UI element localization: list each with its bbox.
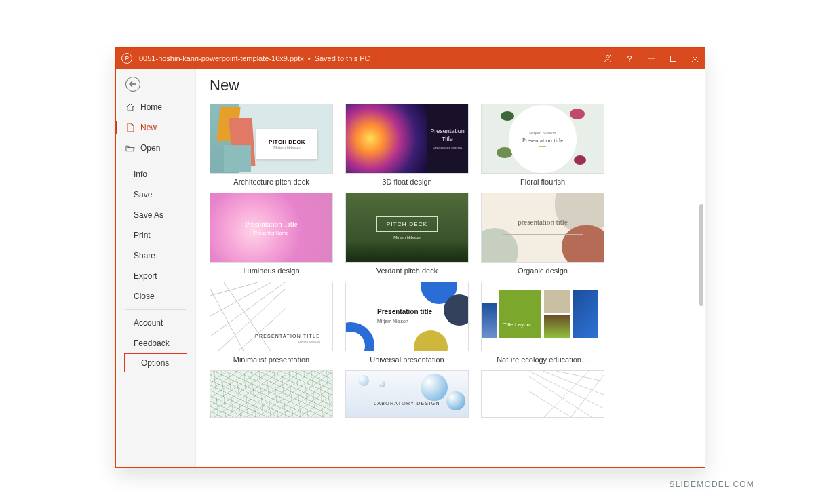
- separator: [125, 161, 186, 161]
- help-icon[interactable]: ?: [625, 54, 634, 64]
- template-grid: PITCH DECKMirjam Nilsson Architecture pi…: [210, 104, 691, 418]
- template-thumbnail: PITCH DECKMirjam Nilsson: [210, 104, 333, 174]
- nav-print[interactable]: Print: [116, 225, 195, 246]
- template-minimalist-presentation[interactable]: PRESENTATION TITLEMirjam Nilsson Minimal…: [210, 282, 333, 364]
- template-label: Architecture pitch deck: [233, 178, 309, 186]
- template-label: 3D float design: [382, 178, 431, 186]
- template-thumbnail: LABORATORY DESIGN: [345, 370, 469, 418]
- template-label: Minimalist presentation: [233, 355, 310, 364]
- nav-open[interactable]: Open: [116, 138, 195, 158]
- nav-options[interactable]: Options: [124, 353, 187, 372]
- nav-home[interactable]: Home: [116, 97, 195, 117]
- template-3d-float-design[interactable]: Presentation TitlePresenter Name 3D floa…: [345, 104, 469, 186]
- nav-new[interactable]: New: [116, 117, 195, 138]
- svg-rect-3: [670, 56, 676, 61]
- powerpoint-backstage-window: P 0051-hoshin-kanri-powerpoint-template-…: [115, 47, 705, 468]
- template-label: Universal presentation: [370, 355, 444, 364]
- home-icon: [125, 102, 135, 112]
- template-thumbnail: PITCH DECKMirjam Nilsson: [345, 193, 469, 263]
- template-thumbnail: Presentation TitlePresenter Name: [210, 193, 333, 263]
- dot-sep: •: [308, 54, 311, 62]
- template-row4-3[interactable]: [481, 370, 604, 418]
- powerpoint-app-icon: P: [121, 53, 132, 64]
- open-folder-icon: [125, 143, 135, 153]
- watermark: SLIDEMODEL.COM: [670, 480, 755, 489]
- template-universal-presentation[interactable]: Presentation titleMirjam Nilsson Univers…: [345, 282, 469, 364]
- back-button[interactable]: [125, 77, 140, 92]
- svg-point-1: [610, 55, 611, 56]
- template-row4-2[interactable]: LABORATORY DESIGN: [345, 370, 469, 418]
- template-thumbnail: Presentation TitlePresenter Name: [345, 104, 469, 174]
- template-label: Organic design: [518, 267, 568, 275]
- titlebar: P 0051-hoshin-kanri-powerpoint-template-…: [116, 48, 705, 69]
- nav-share[interactable]: Share: [116, 246, 195, 266]
- svg-point-0: [606, 55, 609, 58]
- nav-info[interactable]: Info: [116, 164, 195, 185]
- nav-home-label: Home: [140, 102, 162, 112]
- template-organic-design[interactable]: presentation title Organic design: [481, 193, 604, 275]
- template-thumbnail: presentation title: [481, 193, 604, 263]
- template-label: Nature ecology education…: [497, 355, 589, 364]
- template-thumbnail: Mirjam NilssonPresentation title: [481, 104, 604, 174]
- filename: 0051-hoshin-kanri-powerpoint-template-16…: [139, 54, 304, 62]
- template-verdant-pitch-deck[interactable]: PITCH DECKMirjam Nilsson Verdant pitch d…: [345, 193, 469, 275]
- scrollbar-thumb[interactable]: [699, 204, 703, 306]
- template-label: Verdant pitch deck: [376, 267, 438, 275]
- template-thumbnail: [481, 370, 604, 418]
- nav-export[interactable]: Export: [116, 266, 195, 286]
- template-thumbnail: [210, 370, 333, 418]
- template-row4-1[interactable]: [210, 370, 333, 418]
- template-architecture-pitch-deck[interactable]: PITCH DECKMirjam Nilsson Architecture pi…: [210, 104, 333, 186]
- template-thumbnail: Title Layout: [481, 282, 604, 351]
- page-title: New: [210, 77, 691, 94]
- template-label: Floral flourish: [520, 178, 565, 186]
- nav-new-label: New: [140, 123, 157, 132]
- template-floral-flourish[interactable]: Mirjam NilssonPresentation title Floral …: [481, 104, 604, 186]
- nav-open-label: Open: [140, 143, 160, 153]
- nav-save[interactable]: Save: [116, 185, 195, 205]
- nav-account[interactable]: Account: [116, 313, 195, 333]
- save-status: Saved to this PC: [315, 54, 370, 62]
- template-nature-ecology-education[interactable]: Title Layout Nature ecology education…: [481, 282, 604, 364]
- template-label: Luminous design: [243, 267, 299, 275]
- template-luminous-design[interactable]: Presentation TitlePresenter Name Luminou…: [210, 193, 333, 275]
- template-thumbnail: Presentation titleMirjam Nilsson: [345, 282, 469, 351]
- template-thumbnail: PRESENTATION TITLEMirjam Nilsson: [210, 282, 333, 351]
- close-button[interactable]: [690, 55, 699, 62]
- minimize-button[interactable]: [646, 54, 656, 62]
- account-icon[interactable]: [603, 54, 613, 63]
- maximize-button[interactable]: [668, 55, 678, 62]
- new-file-icon: [125, 123, 135, 132]
- backstage-sidebar: Home New Open Info Save Save As Print Sh…: [116, 69, 196, 467]
- separator: [125, 309, 186, 310]
- nav-feedback[interactable]: Feedback: [116, 333, 195, 353]
- nav-saveas[interactable]: Save As: [116, 205, 195, 225]
- nav-close[interactable]: Close: [116, 286, 195, 307]
- main-panel: New PITCH DECKMirjam Nilsson Architectur…: [196, 69, 705, 467]
